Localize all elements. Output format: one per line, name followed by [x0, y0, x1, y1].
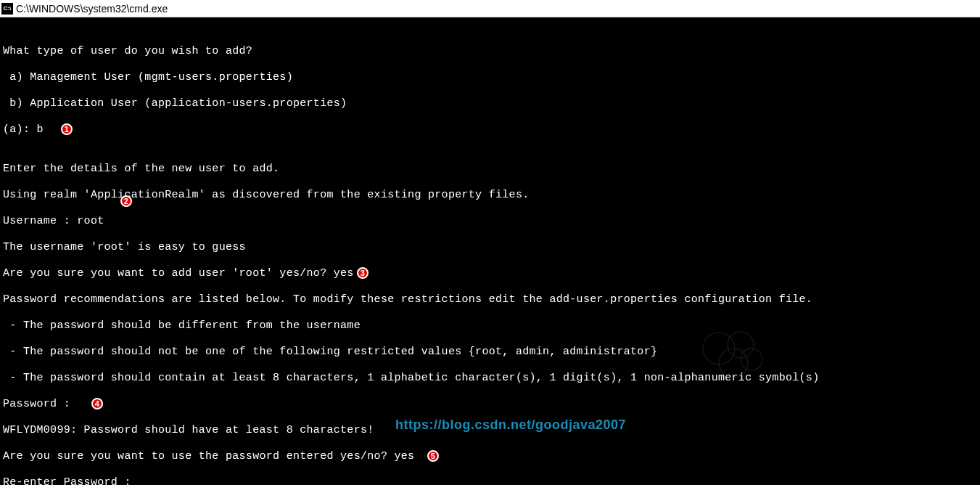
watermark-logo	[690, 319, 777, 392]
window-title: C:\WINDOWS\system32\cmd.exe	[16, 3, 168, 15]
terminal-line: - The password should contain at least 8…	[3, 372, 977, 385]
terminal-line: Using realm 'ApplicationRealm' as discov…	[3, 189, 977, 202]
terminal-line: What type of user do you wish to add?	[3, 45, 977, 58]
annotation-marker-5: 5	[427, 450, 439, 462]
terminal-line: The username 'root' is easy to guess	[3, 241, 977, 254]
terminal-line: Are you sure you want to use the passwor…	[3, 450, 977, 463]
terminal-line: a) Management User (mgmt-users.propertie…	[3, 71, 977, 84]
annotation-marker-3: 3	[357, 267, 368, 279]
terminal-line: Enter the details of the new user to add…	[3, 163, 977, 176]
svg-point-2	[719, 349, 748, 378]
terminal-line: Password :4	[3, 398, 977, 411]
terminal-line: Re-enter Password :	[3, 476, 977, 485]
terminal-line: Password recommendations are listed belo…	[3, 293, 977, 306]
terminal-output[interactable]: What type of user do you wish to add? a)…	[0, 17, 980, 485]
terminal-line: Username : root	[3, 215, 977, 228]
cloud-logo-icon	[690, 319, 777, 392]
cmd-icon: C:\	[1, 3, 13, 15]
terminal-line: Are you sure you want to add user 'root'…	[3, 267, 977, 280]
annotation-marker-1: 1	[61, 123, 73, 135]
terminal-line: (a): b1	[3, 123, 977, 136]
watermark-url: https://blog.csdn.net/goodjava2007	[395, 417, 626, 433]
annotation-marker-2: 2	[120, 195, 132, 207]
terminal-line: - The password should not be one of the …	[3, 346, 977, 359]
annotation-marker-4: 4	[91, 398, 103, 409]
terminal-line: b) Application User (application-users.p…	[3, 97, 977, 110]
terminal-line: - The password should be different from …	[3, 319, 977, 333]
svg-point-1	[728, 332, 754, 358]
window-titlebar: C:\ C:\WINDOWS\system32\cmd.exe	[0, 0, 980, 17]
